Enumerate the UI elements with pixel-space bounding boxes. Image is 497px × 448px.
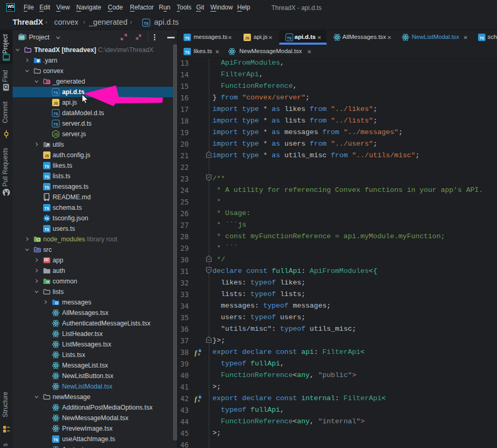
svg-text:TS: TS (144, 22, 149, 25)
